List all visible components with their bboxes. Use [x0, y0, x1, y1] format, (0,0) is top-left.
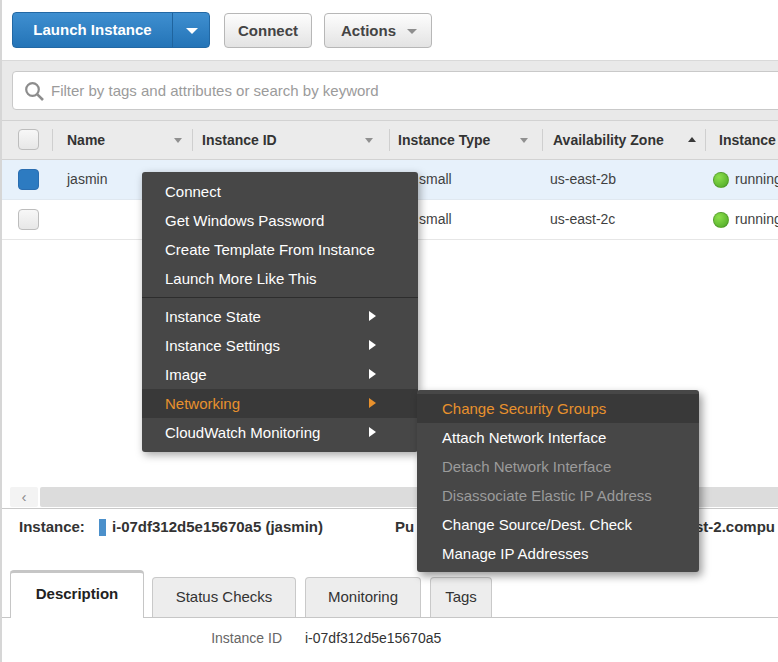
- ec2-instances-console: Launch Instance Connect Actions Name Ins…: [0, 0, 778, 662]
- running-status-icon: [713, 212, 729, 228]
- launch-instance-dropdown-button[interactable]: [172, 13, 209, 47]
- submenu-arrow-icon: [369, 311, 376, 321]
- tab-description[interactable]: Description: [10, 570, 144, 618]
- column-divider: [389, 129, 390, 151]
- column-divider: [192, 129, 193, 151]
- launch-instance-label: Launch Instance: [13, 13, 172, 47]
- column-header-instance-type[interactable]: Instance Type: [398, 121, 490, 159]
- row-checkbox[interactable]: [18, 209, 39, 230]
- menu-item-label: Instance Settings: [165, 337, 280, 354]
- column-divider: [52, 129, 53, 151]
- tab-tags[interactable]: Tags: [430, 577, 492, 617]
- field-label-instance-id: Instance ID: [182, 630, 282, 646]
- submenu-arrow-icon: [369, 340, 376, 350]
- public-dns-label-fragment: Pu: [395, 518, 414, 535]
- networking-submenu: Change Security Groups Attach Network In…: [417, 390, 699, 572]
- submenu-item-attach-network-interface[interactable]: Attach Network Interface: [417, 423, 699, 452]
- row-checkbox-checked[interactable]: [18, 169, 39, 190]
- submenu-item-change-security-groups[interactable]: Change Security Groups: [417, 394, 699, 423]
- tab-status-checks[interactable]: Status Checks: [152, 577, 296, 617]
- instance-id-text: i-07df312d5e15670a5 (jasmin): [112, 518, 323, 535]
- column-header-name[interactable]: Name: [67, 121, 105, 159]
- filter-search-box[interactable]: [12, 71, 778, 110]
- cell-availability-zone: us-east-2c: [550, 200, 615, 239]
- submenu-item-manage-ip-addresses[interactable]: Manage IP Addresses: [417, 539, 699, 568]
- submenu-item-detach-network-interface: Detach Network Interface: [417, 452, 699, 481]
- cell-availability-zone: us-east-2b: [550, 160, 616, 199]
- column-header-availability-zone[interactable]: Availability Zone: [553, 121, 664, 159]
- menu-item-instance-settings[interactable]: Instance Settings: [142, 331, 418, 360]
- submenu-arrow-icon: [369, 398, 376, 408]
- connect-button[interactable]: Connect: [224, 13, 312, 48]
- menu-item-connect[interactable]: Connect: [142, 177, 418, 206]
- scroll-left-button[interactable]: ‹: [10, 487, 38, 507]
- select-all-checkbox[interactable]: [18, 129, 39, 150]
- column-divider: [542, 129, 543, 151]
- instance-marker-icon: [99, 519, 106, 536]
- submenu-item-change-source-dest-check[interactable]: Change Source/Dest. Check: [417, 510, 699, 539]
- cell-instance-state: running: [735, 160, 778, 199]
- chevron-down-icon: [407, 29, 417, 34]
- actions-label: Actions: [341, 22, 396, 39]
- tab-monitoring[interactable]: Monitoring: [305, 577, 421, 617]
- sort-descending-icon[interactable]: [174, 138, 182, 143]
- chevron-down-icon: [186, 28, 198, 34]
- submenu-arrow-icon: [369, 369, 376, 379]
- submenu-item-disassociate-elastic-ip-address: Disassociate Elastic IP Address: [417, 481, 699, 510]
- column-divider: [705, 129, 706, 151]
- cell-instance-type: small: [419, 160, 452, 199]
- public-dns-value-fragment: st-2.compu: [695, 518, 775, 535]
- menu-item-image[interactable]: Image: [142, 360, 418, 389]
- launch-instance-button[interactable]: Launch Instance: [12, 12, 210, 48]
- cell-instance-type: small: [419, 200, 452, 239]
- menu-separator: [142, 297, 418, 298]
- filter-panel: [2, 60, 778, 121]
- instance-label: Instance:: [19, 518, 85, 535]
- field-value-instance-id: i-07df312d5e15670a5: [305, 630, 441, 646]
- menu-item-label: Instance State: [165, 308, 261, 325]
- actions-button[interactable]: Actions: [324, 13, 432, 48]
- menu-item-label: CloudWatch Monitoring: [165, 424, 320, 441]
- sort-ascending-icon[interactable]: [688, 137, 696, 142]
- menu-item-cloudwatch-monitoring[interactable]: CloudWatch Monitoring: [142, 418, 418, 447]
- menu-item-instance-state[interactable]: Instance State: [142, 302, 418, 331]
- menu-item-launch-more-like-this[interactable]: Launch More Like This: [142, 264, 418, 293]
- filter-search-input[interactable]: [51, 73, 751, 108]
- column-header-instance-id[interactable]: Instance ID: [202, 121, 277, 159]
- sort-descending-icon[interactable]: [520, 138, 528, 143]
- column-header-instance-state[interactable]: Instance: [719, 121, 776, 159]
- search-icon: [24, 81, 45, 102]
- sort-descending-icon[interactable]: [365, 138, 373, 143]
- menu-item-networking[interactable]: Networking: [142, 389, 418, 418]
- cell-name: jasmin: [67, 160, 107, 199]
- menu-item-label: Networking: [165, 395, 240, 412]
- menu-item-create-template-from-instance[interactable]: Create Template From Instance: [142, 235, 418, 264]
- instance-context-menu: Connect Get Windows Password Create Temp…: [142, 172, 418, 452]
- table-header: Name Instance ID Instance Type Availabil…: [2, 121, 778, 160]
- submenu-arrow-icon: [369, 427, 376, 437]
- menu-item-get-windows-password[interactable]: Get Windows Password: [142, 206, 418, 235]
- running-status-icon: [713, 172, 729, 188]
- cell-instance-state: running: [735, 200, 778, 239]
- menu-item-label: Image: [165, 366, 207, 383]
